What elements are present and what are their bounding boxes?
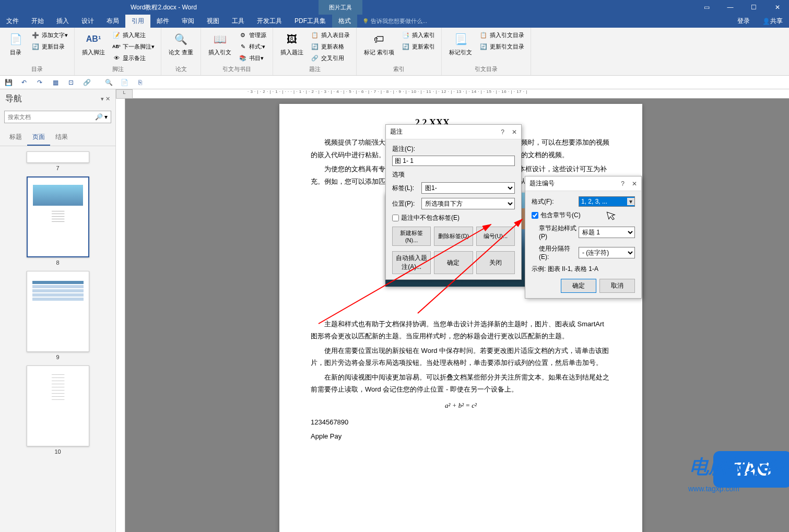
nav-tab-results[interactable]: 结果	[50, 129, 73, 146]
page-thumbnail[interactable]: ━━━━━━━━━━━━━━━━━━━━━━━━━━━━━━━━━━━━━━━━…	[27, 365, 89, 455]
page-thumbnail[interactable]: 9	[27, 271, 89, 360]
insert-citation-button[interactable]: 📖插入引文	[204, 29, 235, 58]
insert-table-figures-button[interactable]: 📋插入表目录	[309, 30, 352, 40]
context-tab-label: 图片工具	[319, 0, 362, 15]
show-notes-button[interactable]: 👁显示备注	[110, 53, 157, 63]
insert-index-button[interactable]: 📑插入索引	[399, 30, 437, 40]
ok-button[interactable]: 确定	[434, 251, 473, 274]
tab-devtools[interactable]: 开发工具	[251, 15, 288, 28]
tab-view[interactable]: 视图	[201, 15, 226, 28]
maximize-icon[interactable]: ☐	[742, 0, 766, 15]
mark-index-button[interactable]: 🏷标记 索引项	[360, 29, 398, 58]
delete-label-button[interactable]: 删除标签(D)	[434, 227, 473, 246]
separator-label: 使用分隔符(E):	[532, 244, 579, 261]
nav-search[interactable]: 🔎 ▾	[4, 111, 111, 123]
format-select[interactable]: 1, 2, 3, ...	[579, 196, 635, 207]
cross-reference-button[interactable]: 🔗交叉引用	[309, 53, 352, 63]
tab-review[interactable]: 审阅	[175, 15, 201, 28]
redo-icon[interactable]: ↷	[36, 78, 44, 87]
tab-references[interactable]: 引用	[125, 15, 150, 28]
qat-icon-6[interactable]: 🔗	[83, 78, 91, 87]
tab-format[interactable]: 格式	[332, 15, 357, 28]
page-number: 9	[27, 354, 89, 360]
research-button[interactable]: 🔍论文 查重	[164, 29, 197, 58]
save-icon[interactable]: 💾	[4, 78, 13, 87]
update-table-button[interactable]: 🔄更新表格	[309, 41, 352, 52]
new-label-button[interactable]: 新建标签(N)...	[392, 227, 431, 246]
horizontal-ruler[interactable]: · 3 · | · 2 · | · 1 · | · · · | · 1 · | …	[133, 89, 789, 99]
dialog-close-icon[interactable]: ✕	[632, 180, 637, 187]
insert-caption-button[interactable]: 🖼插入题注	[276, 29, 308, 58]
tab-tools[interactable]: 工具	[226, 15, 251, 28]
include-chapter-checkbox[interactable]	[532, 212, 538, 219]
example-label: 示例:	[532, 265, 546, 274]
tab-design[interactable]: 设计	[75, 15, 100, 28]
manage-sources-button[interactable]: ⚙管理源	[237, 30, 268, 40]
close-icon[interactable]: ✕	[766, 0, 789, 15]
tab-home[interactable]: 开始	[25, 15, 50, 28]
nav-title: 导航	[5, 93, 22, 104]
nav-tab-headings[interactable]: 标题	[4, 129, 27, 146]
label-select[interactable]: 图1-	[421, 182, 515, 194]
options-label: 选项	[392, 170, 515, 179]
caption-input[interactable]	[392, 156, 515, 166]
page-thumbnail[interactable]: 7	[27, 151, 89, 171]
undo-icon[interactable]: ↶	[20, 78, 28, 87]
page-thumbnail[interactable]: ━━━━━━━━━━━━━━━━━━━━━━━━━━━━━━━━━━━━━━━━…	[27, 176, 89, 266]
caption-numbering-dialog: 题注编号 ?✕ 格式(F): 1, 2, 3, ... 包含章节号(C) 章节起…	[525, 176, 642, 299]
qat-icon-8[interactable]: 📄	[120, 78, 128, 87]
ruler-corner[interactable]: L	[116, 89, 133, 99]
tab-mailings[interactable]: 邮件	[150, 15, 175, 28]
doc-text: 1234567890	[311, 416, 611, 428]
insert-authorities-button[interactable]: 📋插入引文目录	[477, 30, 526, 40]
login-button[interactable]: 登录	[731, 15, 756, 28]
nav-close-icon[interactable]: ▾ ✕	[101, 96, 110, 102]
close-button[interactable]: 关闭	[476, 251, 515, 274]
document-title: Word教程2.docx - Word	[131, 3, 197, 12]
cancel-button[interactable]: 取消	[599, 279, 635, 293]
auto-caption-button[interactable]: 自动插入题注(A)...	[392, 251, 431, 274]
search-icon[interactable]: 🔎 ▾	[95, 113, 108, 121]
tab-pdftools[interactable]: PDF工具集	[288, 15, 332, 28]
ribbon: 📄目录 ➕添加文字 ▾ 🔄更新目录 目录 AB¹插入脚注 📝插入尾注 AB¹下一…	[0, 28, 789, 76]
tab-layout[interactable]: 布局	[100, 15, 125, 28]
format-label: 格式(F):	[532, 197, 579, 206]
minimize-icon[interactable]: —	[719, 0, 742, 15]
separator-select[interactable]: - (连字符)	[579, 247, 635, 258]
nav-tab-pages[interactable]: 页面	[27, 129, 50, 146]
toc-button[interactable]: 📄目录	[3, 29, 28, 58]
exclude-checkbox[interactable]	[392, 215, 399, 221]
qat-icon-5[interactable]: ⊡	[67, 78, 75, 87]
tab-insert[interactable]: 插入	[50, 15, 75, 28]
insert-endnote-button[interactable]: 📝插入尾注	[110, 30, 157, 40]
numbering-button[interactable]: 编号(U)...	[476, 227, 515, 246]
bibliography-button[interactable]: 📚书目 ▾	[237, 53, 268, 63]
help-icon[interactable]: ?	[501, 128, 504, 136]
qat-icon-9[interactable]: ⎘	[136, 78, 144, 87]
position-select[interactable]: 所选项目下方	[421, 198, 515, 209]
doc-text: Apple Pay	[311, 430, 611, 442]
tab-file[interactable]: 文件	[0, 15, 25, 28]
vertical-ruler[interactable]	[116, 99, 125, 532]
tell-me-input[interactable]: 告诉我您想要做什么...	[362, 17, 427, 25]
ribbon-options-icon[interactable]: ▭	[695, 0, 719, 15]
qat-icon-7[interactable]: 🔍	[104, 78, 113, 87]
doc-paragraph: 使用在需要位置出现的新按钮在 Word 中保存时间。若要更改图片适应文档的方式，…	[311, 345, 611, 369]
next-footnote-button[interactable]: AB¹下一条脚注 ▾	[110, 41, 157, 52]
add-text-button[interactable]: ➕添加文字 ▾	[29, 30, 70, 40]
insert-footnote-button[interactable]: AB¹插入脚注	[78, 29, 109, 58]
example-value: 图表 II-1, 表格 1-A	[548, 265, 598, 274]
share-button[interactable]: 👤 共享	[756, 15, 789, 28]
ok-button[interactable]: 确定	[561, 279, 596, 293]
mark-citation-button[interactable]: 📃标记引文	[445, 29, 476, 58]
chapter-style-select[interactable]: 标题 1	[579, 227, 635, 238]
help-icon[interactable]: ?	[621, 180, 625, 187]
label-label: 标签(L):	[392, 184, 421, 193]
update-index-button[interactable]: 🔄更新索引	[399, 41, 437, 52]
nav-search-input[interactable]	[8, 114, 95, 120]
citation-style-button[interactable]: ✎样式: ▾	[237, 41, 268, 52]
update-toc-button[interactable]: 🔄更新目录	[29, 41, 70, 52]
qat-icon-4[interactable]: ▦	[51, 78, 60, 87]
update-authorities-button[interactable]: 🔄更新引文目录	[477, 41, 526, 52]
dialog-close-icon[interactable]: ✕	[512, 128, 517, 136]
